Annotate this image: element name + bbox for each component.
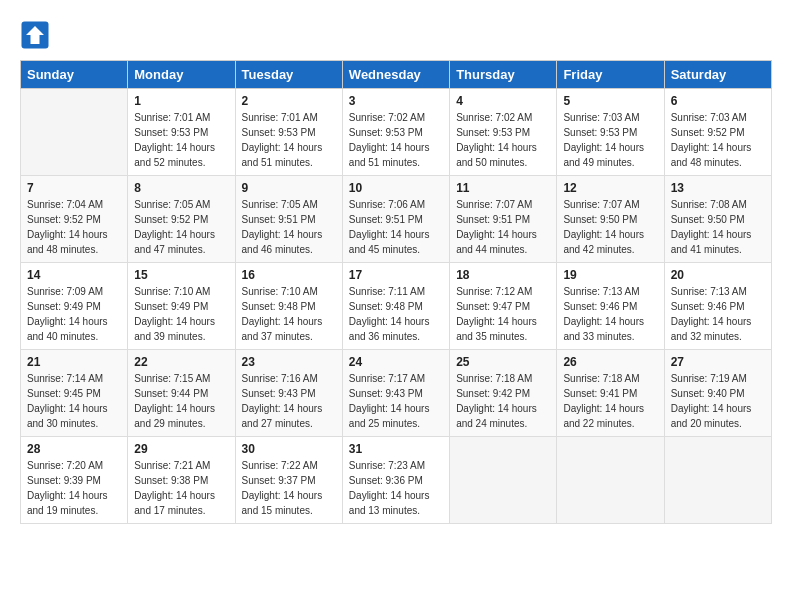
cell-content: Sunrise: 7:13 AMSunset: 9:46 PMDaylight:… [671,284,765,344]
calendar-cell: 16Sunrise: 7:10 AMSunset: 9:48 PMDayligh… [235,263,342,350]
calendar-cell: 31Sunrise: 7:23 AMSunset: 9:36 PMDayligh… [342,437,449,524]
calendar-cell: 29Sunrise: 7:21 AMSunset: 9:38 PMDayligh… [128,437,235,524]
cell-content: Sunrise: 7:03 AMSunset: 9:52 PMDaylight:… [671,110,765,170]
calendar-cell [21,89,128,176]
day-number: 26 [563,355,657,369]
calendar-week-row: 28Sunrise: 7:20 AMSunset: 9:39 PMDayligh… [21,437,772,524]
day-number: 11 [456,181,550,195]
calendar-cell: 2Sunrise: 7:01 AMSunset: 9:53 PMDaylight… [235,89,342,176]
header-wednesday: Wednesday [342,61,449,89]
cell-content: Sunrise: 7:05 AMSunset: 9:52 PMDaylight:… [134,197,228,257]
calendar-cell [450,437,557,524]
cell-content: Sunrise: 7:11 AMSunset: 9:48 PMDaylight:… [349,284,443,344]
day-number: 28 [27,442,121,456]
day-number: 5 [563,94,657,108]
calendar-table: SundayMondayTuesdayWednesdayThursdayFrid… [20,60,772,524]
cell-content: Sunrise: 7:18 AMSunset: 9:42 PMDaylight:… [456,371,550,431]
day-number: 15 [134,268,228,282]
calendar-cell: 9Sunrise: 7:05 AMSunset: 9:51 PMDaylight… [235,176,342,263]
header-thursday: Thursday [450,61,557,89]
day-number: 31 [349,442,443,456]
calendar-cell: 19Sunrise: 7:13 AMSunset: 9:46 PMDayligh… [557,263,664,350]
day-number: 13 [671,181,765,195]
header-friday: Friday [557,61,664,89]
calendar-cell: 15Sunrise: 7:10 AMSunset: 9:49 PMDayligh… [128,263,235,350]
cell-content: Sunrise: 7:10 AMSunset: 9:48 PMDaylight:… [242,284,336,344]
cell-content: Sunrise: 7:02 AMSunset: 9:53 PMDaylight:… [349,110,443,170]
cell-content: Sunrise: 7:06 AMSunset: 9:51 PMDaylight:… [349,197,443,257]
cell-content: Sunrise: 7:03 AMSunset: 9:53 PMDaylight:… [563,110,657,170]
calendar-week-row: 21Sunrise: 7:14 AMSunset: 9:45 PMDayligh… [21,350,772,437]
calendar-cell: 28Sunrise: 7:20 AMSunset: 9:39 PMDayligh… [21,437,128,524]
calendar-cell: 18Sunrise: 7:12 AMSunset: 9:47 PMDayligh… [450,263,557,350]
calendar-week-row: 7Sunrise: 7:04 AMSunset: 9:52 PMDaylight… [21,176,772,263]
calendar-cell: 13Sunrise: 7:08 AMSunset: 9:50 PMDayligh… [664,176,771,263]
day-number: 30 [242,442,336,456]
day-number: 8 [134,181,228,195]
calendar-cell: 30Sunrise: 7:22 AMSunset: 9:37 PMDayligh… [235,437,342,524]
day-number: 7 [27,181,121,195]
calendar-cell: 23Sunrise: 7:16 AMSunset: 9:43 PMDayligh… [235,350,342,437]
cell-content: Sunrise: 7:01 AMSunset: 9:53 PMDaylight:… [134,110,228,170]
calendar-cell: 20Sunrise: 7:13 AMSunset: 9:46 PMDayligh… [664,263,771,350]
page-header [20,20,772,50]
calendar-cell: 1Sunrise: 7:01 AMSunset: 9:53 PMDaylight… [128,89,235,176]
calendar-cell: 14Sunrise: 7:09 AMSunset: 9:49 PMDayligh… [21,263,128,350]
calendar-cell: 4Sunrise: 7:02 AMSunset: 9:53 PMDaylight… [450,89,557,176]
cell-content: Sunrise: 7:09 AMSunset: 9:49 PMDaylight:… [27,284,121,344]
cell-content: Sunrise: 7:18 AMSunset: 9:41 PMDaylight:… [563,371,657,431]
day-number: 27 [671,355,765,369]
cell-content: Sunrise: 7:07 AMSunset: 9:50 PMDaylight:… [563,197,657,257]
calendar-header-row: SundayMondayTuesdayWednesdayThursdayFrid… [21,61,772,89]
calendar-cell: 7Sunrise: 7:04 AMSunset: 9:52 PMDaylight… [21,176,128,263]
cell-content: Sunrise: 7:07 AMSunset: 9:51 PMDaylight:… [456,197,550,257]
calendar-cell: 17Sunrise: 7:11 AMSunset: 9:48 PMDayligh… [342,263,449,350]
calendar-cell [664,437,771,524]
calendar-cell: 26Sunrise: 7:18 AMSunset: 9:41 PMDayligh… [557,350,664,437]
day-number: 23 [242,355,336,369]
day-number: 16 [242,268,336,282]
day-number: 1 [134,94,228,108]
cell-content: Sunrise: 7:12 AMSunset: 9:47 PMDaylight:… [456,284,550,344]
cell-content: Sunrise: 7:16 AMSunset: 9:43 PMDaylight:… [242,371,336,431]
day-number: 14 [27,268,121,282]
day-number: 21 [27,355,121,369]
cell-content: Sunrise: 7:17 AMSunset: 9:43 PMDaylight:… [349,371,443,431]
calendar-cell: 21Sunrise: 7:14 AMSunset: 9:45 PMDayligh… [21,350,128,437]
cell-content: Sunrise: 7:01 AMSunset: 9:53 PMDaylight:… [242,110,336,170]
header-saturday: Saturday [664,61,771,89]
day-number: 22 [134,355,228,369]
calendar-cell: 6Sunrise: 7:03 AMSunset: 9:52 PMDaylight… [664,89,771,176]
calendar-cell: 25Sunrise: 7:18 AMSunset: 9:42 PMDayligh… [450,350,557,437]
cell-content: Sunrise: 7:20 AMSunset: 9:39 PMDaylight:… [27,458,121,518]
header-tuesday: Tuesday [235,61,342,89]
logo [20,20,54,50]
cell-content: Sunrise: 7:19 AMSunset: 9:40 PMDaylight:… [671,371,765,431]
calendar-cell: 8Sunrise: 7:05 AMSunset: 9:52 PMDaylight… [128,176,235,263]
cell-content: Sunrise: 7:23 AMSunset: 9:36 PMDaylight:… [349,458,443,518]
day-number: 9 [242,181,336,195]
day-number: 12 [563,181,657,195]
cell-content: Sunrise: 7:21 AMSunset: 9:38 PMDaylight:… [134,458,228,518]
calendar-cell: 11Sunrise: 7:07 AMSunset: 9:51 PMDayligh… [450,176,557,263]
calendar-cell: 22Sunrise: 7:15 AMSunset: 9:44 PMDayligh… [128,350,235,437]
cell-content: Sunrise: 7:05 AMSunset: 9:51 PMDaylight:… [242,197,336,257]
day-number: 2 [242,94,336,108]
day-number: 6 [671,94,765,108]
day-number: 3 [349,94,443,108]
cell-content: Sunrise: 7:10 AMSunset: 9:49 PMDaylight:… [134,284,228,344]
day-number: 29 [134,442,228,456]
day-number: 24 [349,355,443,369]
day-number: 17 [349,268,443,282]
calendar-cell: 5Sunrise: 7:03 AMSunset: 9:53 PMDaylight… [557,89,664,176]
day-number: 25 [456,355,550,369]
header-monday: Monday [128,61,235,89]
logo-icon [20,20,50,50]
day-number: 20 [671,268,765,282]
calendar-cell: 24Sunrise: 7:17 AMSunset: 9:43 PMDayligh… [342,350,449,437]
calendar-cell: 12Sunrise: 7:07 AMSunset: 9:50 PMDayligh… [557,176,664,263]
cell-content: Sunrise: 7:15 AMSunset: 9:44 PMDaylight:… [134,371,228,431]
cell-content: Sunrise: 7:04 AMSunset: 9:52 PMDaylight:… [27,197,121,257]
day-number: 19 [563,268,657,282]
calendar-week-row: 14Sunrise: 7:09 AMSunset: 9:49 PMDayligh… [21,263,772,350]
